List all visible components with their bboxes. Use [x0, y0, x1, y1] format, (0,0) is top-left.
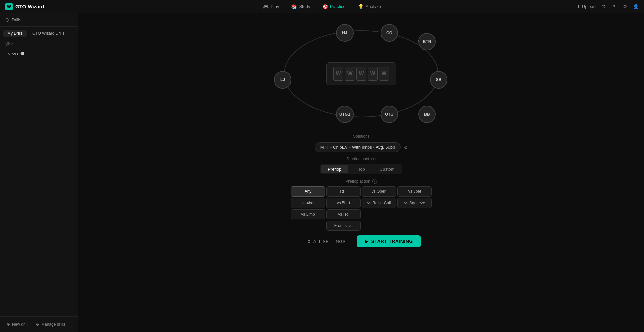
timer-btn[interactable]: ⏱ — [600, 4, 606, 10]
sidebar: ⬡ Drills My Drills GTO Wizard Drills 通常 … — [0, 13, 78, 332]
tab-preflop[interactable]: Preflop — [321, 165, 348, 173]
settings-icon: ⚙ — [622, 4, 628, 10]
nav-analyze-label: Analyze — [366, 4, 381, 9]
nav-play-label: Play — [271, 4, 279, 9]
action-vs-3bet[interactable]: vs 3bet — [397, 186, 432, 197]
action-from-start[interactable]: From start — [326, 221, 361, 231]
preflop-action-label: Preflop action i — [345, 179, 377, 184]
new-drill-btn[interactable]: ⊕ New drill — [4, 321, 30, 328]
main-content: W W W W W D HJ CO BTN SB BB UTG UTG1 LJ … — [78, 13, 644, 332]
tab-flop[interactable]: Flop — [350, 165, 372, 173]
sidebar-header-label: Drills — [12, 17, 21, 22]
action-vs-limp[interactable]: vs Limp — [291, 209, 325, 219]
table-center: W W W W W — [326, 62, 396, 85]
preflop-action-info-icon[interactable]: i — [372, 179, 377, 184]
all-settings-gear-icon: ⚙ — [307, 239, 311, 244]
upload-icon: ⬆ — [577, 4, 580, 9]
upload-btn[interactable]: ⬆ Upload — [577, 4, 596, 9]
action-vs-5bet[interactable]: vs 5bet — [326, 198, 361, 208]
position-utg[interactable]: UTG — [381, 106, 398, 123]
action-vs-raise-call[interactable]: vs Raise-Call — [362, 198, 396, 208]
nav-study[interactable]: 📚 Study — [286, 3, 315, 11]
timer-icon: ⏱ — [600, 4, 606, 10]
brand: W GTO Wizard — [5, 3, 44, 10]
starting-spot-tabs: Preflop Flop Custom — [320, 164, 402, 174]
solutions-label: Solutions — [353, 134, 369, 139]
settings-btn[interactable]: ⚙ — [622, 4, 628, 10]
brand-icon: W — [5, 3, 13, 10]
solutions-section: Solutions MTT • ChipEV • With limps • Av… — [261, 134, 462, 152]
practice-icon: 🎯 — [322, 4, 328, 9]
preflop-action-section: Preflop action i Any RFI vs Open vs 3bet… — [261, 179, 462, 231]
card-3: W — [356, 67, 366, 81]
play-icon: 🎮 — [263, 4, 269, 9]
position-co[interactable]: CO — [381, 24, 398, 42]
action-vs-4bet[interactable]: vs 4bet — [291, 198, 325, 208]
action-vs-squeeze[interactable]: vs Squeeze — [397, 198, 432, 208]
start-training-label: START TRAINING — [371, 239, 413, 244]
action-any[interactable]: Any — [291, 186, 325, 197]
action-vs-iso[interactable]: vs Iso — [326, 209, 361, 219]
drills-icon: ⬡ — [5, 17, 9, 22]
manage-drills-icon: ⚙ — [36, 322, 39, 327]
nav-right: ⬆ Upload ⏱ ? ⚙ 👤 — [577, 4, 639, 10]
tab-my-drills[interactable]: My Drills — [3, 30, 27, 37]
card-5: W — [379, 67, 389, 81]
sidebar-item-new-drill[interactable]: New drill — [2, 49, 76, 59]
manage-drills-label: Manage drills — [41, 322, 65, 327]
tab-custom[interactable]: Custom — [373, 165, 401, 173]
action-grid: Any RFI vs Open vs 3bet vs 4bet vs 5bet — [291, 186, 432, 231]
sidebar-bottom: ⊕ New drill ⚙ Manage drills — [0, 316, 78, 332]
action-vs-open[interactable]: vs Open — [362, 186, 396, 197]
new-drill-icon: ⊕ — [7, 322, 10, 327]
new-drill-label: New drill — [12, 322, 28, 327]
poker-table: W W W W W D HJ CO BTN SB BB UTG UTG1 LJ — [274, 20, 448, 127]
starting-spot-info-icon[interactable]: i — [371, 157, 376, 161]
start-training-play-icon: ▶ — [365, 239, 369, 244]
nav-practice[interactable]: 🎯 Practice — [318, 3, 351, 11]
layout: ⬡ Drills My Drills GTO Wizard Drills 通常 … — [0, 13, 644, 332]
nav-study-label: Study — [299, 4, 310, 9]
help-icon: ? — [611, 4, 617, 10]
card-2: W — [345, 67, 355, 81]
action-rfi[interactable]: RFI — [326, 186, 361, 197]
position-lj[interactable]: LJ — [274, 71, 291, 89]
sidebar-header: ⬡ Drills — [0, 13, 78, 27]
all-settings-button[interactable]: ⚙ ALL SETTINGS — [302, 236, 351, 247]
tab-gto-wizard-drills[interactable]: GTO Wizard Drills — [28, 30, 68, 37]
all-settings-label: ALL SETTINGS — [313, 239, 346, 244]
position-btn[interactable]: BTN — [418, 33, 436, 50]
sidebar-section: 通常 — [0, 38, 78, 49]
card-1: W — [333, 67, 343, 81]
brand-name: GTO Wizard — [15, 4, 44, 9]
nav-center: 🎮 Play 📚 Study 🎯 Practice 💡 Analyze — [258, 3, 386, 11]
start-training-button[interactable]: ▶ START TRAINING — [357, 235, 421, 247]
user-btn[interactable]: 👤 — [633, 4, 639, 10]
starting-spot-section: Starting spot i Preflop Flop Custom — [261, 157, 462, 174]
help-btn[interactable]: ? — [611, 4, 617, 10]
user-icon: 👤 — [633, 4, 639, 10]
position-sb[interactable]: SB — [430, 71, 447, 89]
manage-drills-btn[interactable]: ⚙ Manage drills — [33, 321, 68, 328]
topnav: W GTO Wizard 🎮 Play 📚 Study 🎯 Practice 💡… — [0, 0, 644, 13]
solutions-gear-icon[interactable]: ⚙ — [404, 145, 408, 150]
footer-buttons: ⚙ ALL SETTINGS ▶ START TRAINING — [302, 235, 421, 247]
card-4: W — [368, 67, 378, 81]
nav-practice-label: Practice — [330, 4, 346, 9]
nav-analyze[interactable]: 💡 Analyze — [353, 3, 386, 11]
upload-label: Upload — [582, 4, 596, 9]
position-utg1[interactable]: UTG1 — [336, 106, 354, 123]
position-hj[interactable]: HJ — [336, 24, 354, 42]
analyze-icon: 💡 — [358, 4, 364, 9]
solutions-pill[interactable]: MTT • ChipEV • With limps • Avg. 60bb — [315, 142, 401, 152]
starting-spot-label: Starting spot i — [346, 157, 376, 161]
nav-play[interactable]: 🎮 Play — [258, 3, 284, 11]
position-bb[interactable]: BB — [418, 106, 436, 123]
sidebar-tabs: My Drills GTO Wizard Drills — [0, 27, 78, 38]
study-icon: 📚 — [291, 4, 297, 9]
solutions-value: MTT • ChipEV • With limps • Avg. 60bb — [320, 145, 395, 150]
